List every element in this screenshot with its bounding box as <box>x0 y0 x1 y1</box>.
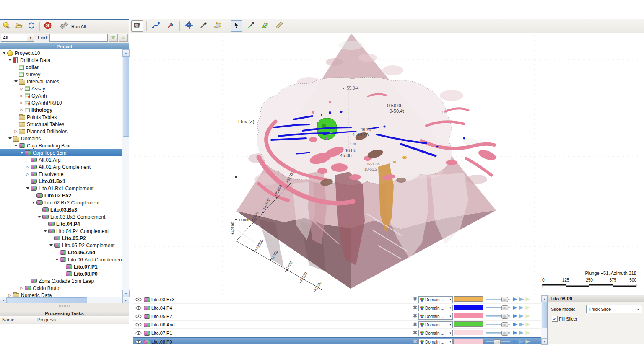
transparent-render-button[interactable] <box>525 297 530 302</box>
remove-from-scene-icon[interactable]: ✖ <box>413 296 417 302</box>
collapse-icon[interactable] <box>8 136 12 141</box>
refresh-button[interactable] <box>26 21 37 32</box>
collapse-icon[interactable] <box>43 229 47 233</box>
column-name[interactable]: Name <box>0 316 35 324</box>
expand-icon[interactable]: ▷ <box>19 93 24 98</box>
collapse-icon[interactable] <box>13 143 18 148</box>
column-progress[interactable]: Progress <box>35 316 56 324</box>
colour-swatch[interactable] <box>454 305 483 310</box>
collapse-icon[interactable] <box>31 200 36 205</box>
open-folder-button[interactable] <box>13 21 24 32</box>
opacity-slider[interactable]: ||| <box>486 313 510 318</box>
filter-dropdown[interactable]: All ▾ <box>1 34 34 42</box>
tree-item-lito-05-p2[interactable]: Lito.05.P2 <box>0 235 122 242</box>
slider-thumb[interactable]: ||| <box>501 331 508 336</box>
transparent-render-button[interactable] <box>525 322 530 327</box>
colour-swatch[interactable] <box>454 321 483 327</box>
tree-item-assay[interactable]: ▷Assay <box>0 85 122 92</box>
expand-icon[interactable]: ▷ <box>19 101 24 105</box>
collapse-icon[interactable] <box>55 257 59 262</box>
scene-3d[interactable]: Elev (Z) +1800+42100+42200+42300+42400+4… <box>133 33 644 295</box>
find-input[interactable] <box>49 34 108 42</box>
tree-item-lito-03-bx3-complement[interactable]: Lito.03.Bx3 Complement <box>0 213 122 220</box>
expand-icon[interactable]: ▷ <box>8 293 12 297</box>
spline-tool-button[interactable] <box>150 20 162 32</box>
colouring-dropdown[interactable]: Domain ...▾ <box>418 305 453 311</box>
tree-item-structural-tables[interactable]: Structural Tables <box>0 121 122 128</box>
tree-item-drillhole-data[interactable]: Drillhole Data <box>0 57 122 64</box>
tree-item-domains[interactable]: Domains <box>0 135 122 142</box>
colouring-dropdown[interactable]: Domain ...▾ <box>418 321 453 328</box>
remove-from-scene-icon[interactable]: ✖ <box>413 339 417 344</box>
tree-item-envolvente[interactable]: ▷Envolvente <box>0 171 122 178</box>
shape-row-lito-04-p4[interactable]: Lito.04.P4✖Domain ...▾||| <box>133 304 541 312</box>
tree-item-caja-bounding-box[interactable]: Caja Bounding Box <box>0 142 122 149</box>
expand-icon[interactable]: ▷ <box>25 165 30 169</box>
dig-tool-button[interactable] <box>164 20 176 32</box>
wireframe-render-button[interactable] <box>519 297 524 302</box>
draw-line-button[interactable] <box>245 20 257 32</box>
opacity-slider[interactable]: ||| <box>486 305 510 310</box>
tree-item-alt-01-arg[interactable]: Alt.01.Arg <box>0 156 122 163</box>
scrollbar-thumb[interactable] <box>123 56 129 137</box>
collapse-icon[interactable] <box>2 51 6 55</box>
colouring-dropdown[interactable]: Domain ...▾ <box>418 339 453 344</box>
transparent-render-button[interactable] <box>525 314 530 318</box>
visibility-eye-icon[interactable] <box>135 305 142 311</box>
slider-thumb[interactable]: ||| <box>501 305 508 310</box>
opacity-slider[interactable]: ||| <box>486 322 510 327</box>
slider-thumb[interactable]: ||| <box>494 339 501 344</box>
slice-mode-dropdown[interactable]: Thick Slice ▾ <box>586 305 642 313</box>
visibility-eye-icon[interactable] <box>135 322 142 328</box>
solid-render-button[interactable] <box>513 297 518 302</box>
run-all-label[interactable]: Run All <box>71 24 86 29</box>
wireframe-render-button[interactable] <box>519 322 524 327</box>
colour-swatch[interactable] <box>454 330 483 335</box>
tree-item-lito-07-p1[interactable]: Lito.07.P1 <box>0 263 122 270</box>
stop-button[interactable] <box>42 21 53 32</box>
expand-icon[interactable]: ▷ <box>19 86 24 91</box>
expand-icon[interactable]: ▷ <box>19 286 24 290</box>
tree-item-interval-tables[interactable]: Interval Tables <box>0 78 122 85</box>
expand-icon[interactable]: ▷ <box>25 172 30 176</box>
scene-button[interactable] <box>1 21 12 32</box>
tree-vertical-scrollbar[interactable]: ▲ ▼ <box>122 49 129 297</box>
collapse-icon[interactable] <box>25 186 30 191</box>
tree-item-lito-01-bx1-complement[interactable]: Lito.01.Bx1 Complement <box>0 185 122 192</box>
slider-thumb[interactable]: ||| <box>501 322 508 327</box>
tree-item-oxido-bruto[interactable]: ▷Oxido Bruto <box>0 284 122 292</box>
tree-item-points-tables[interactable]: Points Tables <box>0 114 122 121</box>
scroll-up-button[interactable]: ▲ <box>122 49 130 57</box>
find-prev-button[interactable] <box>119 34 128 42</box>
collapse-icon[interactable] <box>8 58 12 62</box>
scrollbar-thumb[interactable] <box>542 302 548 328</box>
tree-item-numeric-data[interactable]: ▷Numeric Data <box>0 292 122 297</box>
chevron-down-icon[interactable]: ▾ <box>634 305 642 313</box>
visibility-eye-icon[interactable] <box>135 297 142 303</box>
solid-render-button[interactable] <box>513 339 518 344</box>
colouring-dropdown[interactable]: Domain ...▾ <box>418 296 453 303</box>
collapse-icon[interactable] <box>49 243 53 248</box>
tree-item-lito-05-p2-complement[interactable]: Lito.05.P2 Complement <box>0 242 122 249</box>
wireframe-render-button[interactable] <box>519 339 524 344</box>
wireframe-render-button[interactable] <box>519 305 524 310</box>
tree-horizontal-scrollbar[interactable]: ◂ ▸ <box>0 297 129 303</box>
solid-render-button[interactable] <box>513 305 518 310</box>
opacity-slider[interactable]: ||| <box>486 297 510 302</box>
drillhole-tool-button[interactable] <box>197 20 209 32</box>
wireframe-render-button[interactable] <box>519 314 524 318</box>
fill-slicer-checkbox[interactable]: ✓ <box>552 316 558 322</box>
transparent-render-button[interactable] <box>525 305 530 310</box>
shape-list-scrollbar[interactable]: ▲ ▼ <box>541 295 548 344</box>
tree-item-zona-oxidada-15m-leap[interactable]: Zona Oxidada 15m Leap <box>0 277 122 284</box>
colouring-dropdown[interactable]: Domain ...▾ <box>418 330 453 336</box>
wireframe-render-button[interactable] <box>519 331 524 335</box>
colour-swatch[interactable] <box>454 313 483 318</box>
select-cursor-button[interactable] <box>231 20 242 32</box>
tree-item-collar[interactable]: collar <box>0 64 122 71</box>
opacity-slider[interactable]: ||| <box>486 330 510 335</box>
draw-polyline-button[interactable] <box>259 20 271 32</box>
collapse-icon[interactable] <box>13 79 18 84</box>
slider-thumb[interactable]: ||| <box>501 314 508 319</box>
transparent-render-button[interactable] <box>525 331 530 335</box>
